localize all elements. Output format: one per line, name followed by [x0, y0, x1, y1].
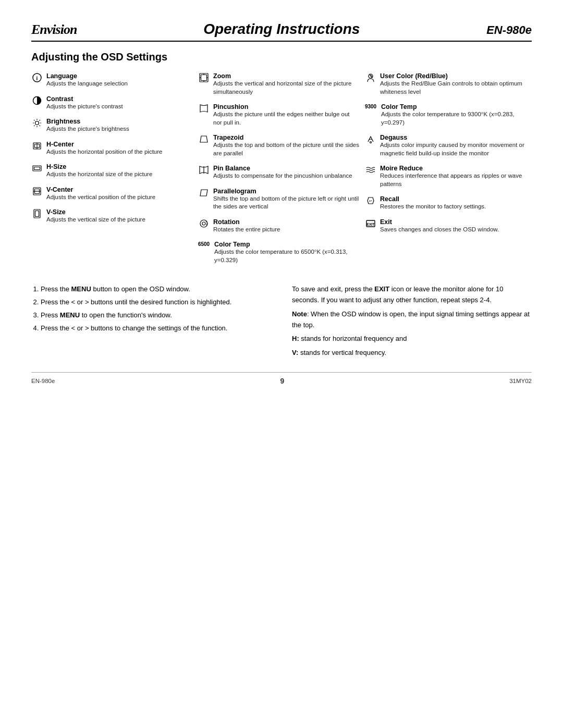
osd-item-colortemp6500: 6500 Color Temp Adjusts the color temper… [198, 241, 360, 264]
osd-settings-grid: i Language Adjusts the language selectio… [31, 72, 532, 272]
instruction-v: V: stands for vertical frequency. [292, 348, 532, 359]
osd-item-exit: EXIT Exit Saves changes and closes the O… [365, 218, 527, 234]
svg-point-32 [202, 222, 205, 225]
contrast-icon [31, 96, 43, 105]
osd-column-2: Zoom Adjusts the vertical and horizontal… [198, 72, 365, 272]
brightness-label: Brightness [46, 118, 193, 125]
svg-text:↩: ↩ [369, 199, 372, 203]
usercolor-icon [365, 73, 376, 82]
osd-column-1: i Language Adjusts the language selectio… [31, 72, 198, 272]
language-desc: Adjusts the language selection [46, 80, 193, 88]
contrast-desc: Adjusts the picture's contrast [46, 103, 193, 111]
osd-item-colortemp9300: 9300 Color Temp Adjusts the color temper… [365, 103, 527, 127]
osd-item-moirereduce: Moire Reduce Reduces interference that a… [365, 165, 527, 188]
parallelogram-desc: Shifts the top and bottom of the picture… [213, 195, 360, 211]
zoom-label: Zoom [213, 72, 360, 80]
instructions-right: To save and exit, press the EXIT icon or… [292, 284, 532, 362]
svg-point-3 [35, 121, 39, 125]
svg-rect-23 [201, 75, 207, 81]
instructions-section: Press the MENU button to open the OSD wi… [31, 284, 532, 362]
osd-item-recall: ↩ Recall Restores the monitor to factory… [365, 195, 527, 211]
zoom-icon [198, 73, 210, 82]
degauss-desc: Adjusts color impurity caused by monitor… [380, 141, 527, 157]
hsize-desc: Adjusts the horizontal size of the pictu… [46, 170, 193, 179]
colortemp6500-prefix: 6500 [198, 241, 210, 247]
hcenter-desc: Adjusts the horizontal position of the p… [46, 148, 193, 156]
page-number: 9 [280, 377, 284, 385]
moirereduce-icon [365, 165, 376, 175]
contrast-label: Contrast [46, 95, 193, 103]
svg-rect-21 [35, 211, 39, 217]
vcenter-icon [31, 187, 43, 196]
svg-text:EXIT: EXIT [366, 222, 375, 226]
trapezoid-desc: Adjusts the top and bottom of the pictur… [213, 141, 360, 157]
exit-icon: EXIT [365, 219, 376, 228]
svg-point-37 [370, 142, 372, 143]
page-header: Envision Operating Instructions EN-980e [31, 21, 532, 42]
osd-item-contrast: Contrast Adjusts the picture's contrast [31, 95, 193, 111]
degauss-icon [365, 134, 376, 144]
moirereduce-desc: Reduces interference that appears as rip… [380, 172, 527, 188]
pincushion-desc: Adjusts the picture until the edges neit… [213, 110, 360, 127]
exit-desc: Saves changes and closes the OSD window. [380, 226, 527, 234]
recall-icon: ↩ [365, 196, 376, 205]
instructions-list: Press the MENU button to open the OSD wi… [41, 284, 271, 334]
hcenter-label: H-Center [46, 141, 193, 148]
osd-item-degauss: Degauss Adjusts color impurity caused by… [365, 134, 527, 157]
svg-rect-16 [34, 167, 40, 170]
usercolor-desc: Adjusts the Red/Blue Gain controls to ob… [380, 80, 527, 96]
parallelogram-icon [198, 188, 210, 198]
degauss-label: Degauss [380, 134, 527, 141]
rotation-desc: Rotates the entire picture [213, 226, 360, 234]
pinbalance-icon [198, 165, 210, 175]
instruction-h: H: stands for horizontal frequency and [292, 334, 532, 344]
instruction-4: Press the < or > buttons to change the s… [41, 323, 271, 334]
brightness-icon [31, 118, 43, 128]
instruction-2: Press the < or > buttons until the desir… [41, 297, 271, 308]
vsize-desc: Adjusts the vertical size of the picture [46, 216, 193, 224]
colortemp9300-label: Color Temp [381, 103, 527, 110]
svg-text:i: i [36, 76, 38, 81]
osd-item-hsize: H-Size Adjusts the horizontal size of th… [31, 163, 193, 179]
svg-line-10 [40, 120, 40, 120]
brightness-desc: Adjusts the picture's brightness [46, 125, 193, 133]
model-number: EN-980e [486, 23, 532, 37]
section-heading: Adjusting the OSD Settings [31, 51, 532, 63]
footer-code: 31MY02 [509, 378, 532, 384]
svg-marker-30 [200, 190, 207, 196]
rotation-label: Rotation [213, 218, 360, 226]
hsize-label: H-Size [46, 163, 193, 170]
vcenter-label: V-Center [46, 186, 193, 193]
osd-item-vcenter: V-Center Adjusts the vertical position o… [31, 186, 193, 202]
instruction-note: Note: When the OSD window is open, the i… [292, 309, 532, 331]
parallelogram-label: Parallelogram [213, 188, 360, 195]
pincushion-label: Pincushion [213, 103, 360, 110]
osd-column-3: User Color (Red/Blue) Adjusts the Red/Bl… [365, 72, 532, 272]
hcenter-icon [31, 141, 43, 151]
osd-item-pinbalance: Pin Balance Adjusts to compensate for th… [198, 165, 360, 180]
vsize-label: V-Size [46, 208, 193, 216]
colortemp6500-label: Color Temp [214, 241, 360, 248]
rotation-icon [198, 219, 210, 228]
document-title: Operating Instructions [77, 21, 486, 38]
language-icon: i [31, 73, 43, 82]
osd-item-hcenter: H-Center Adjusts the horizontal position… [31, 141, 193, 156]
instruction-3: Press MENU to open the function's window… [41, 310, 271, 321]
hsize-icon [31, 164, 43, 173]
svg-line-9 [40, 126, 40, 126]
svg-line-8 [34, 120, 34, 120]
page-footer: EN-980e 9 31MY02 [31, 372, 532, 385]
instructions-left: Press the MENU button to open the OSD wi… [31, 284, 271, 362]
pincushion-icon [198, 104, 210, 113]
osd-item-vsize: V-Size Adjusts the vertical size of the … [31, 208, 193, 224]
zoom-desc: Adjusts the vertical and horizontal size… [213, 80, 360, 96]
svg-line-11 [34, 126, 34, 126]
osd-item-usercolor: User Color (Red/Blue) Adjusts the Red/Bl… [365, 72, 527, 96]
colortemp6500-desc: Adjusts the color temperature to 6500°K … [214, 248, 360, 264]
osd-item-rotation: Rotation Rotates the entire picture [198, 218, 360, 234]
vcenter-desc: Adjusts the vertical position of the pic… [46, 193, 193, 202]
brand-logo: Envision [31, 22, 77, 38]
trapezoid-icon [198, 134, 210, 144]
footer-model: EN-980e [31, 378, 55, 384]
pinbalance-label: Pin Balance [213, 165, 360, 172]
